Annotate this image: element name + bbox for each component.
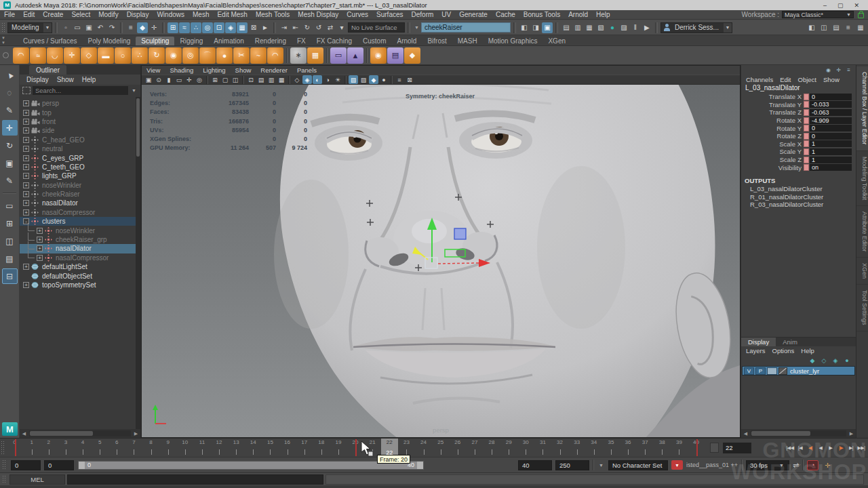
sidebar-tab-tool-settings[interactable]: Tool Settings [856, 285, 868, 331]
make-live-icon[interactable]: ◈ [225, 22, 236, 33]
menu-modify[interactable]: Modify [94, 11, 122, 18]
frame-35[interactable]: 35 [602, 439, 619, 457]
shelf-menu-button[interactable]: ▼▼ [1, 36, 5, 45]
expander-icon[interactable]: + [23, 209, 29, 216]
frame-32[interactable]: 32 [551, 439, 568, 457]
bulge-tool-icon[interactable]: ◠ [267, 47, 283, 64]
knife-tool-icon[interactable]: ✂ [233, 47, 250, 64]
shelf-tab-fx-caching[interactable]: FX Caching [311, 37, 357, 45]
channel-value-field[interactable]: 1 [810, 148, 852, 155]
history-menu-caret-icon[interactable]: ▾ [336, 22, 347, 33]
outliner-item-neutral[interactable]: +neutral [20, 144, 136, 153]
outliner-item-nasaldilator[interactable]: +nasalDilator [20, 244, 136, 253]
frame-19[interactable]: 19 [330, 439, 347, 457]
keyed-channel-indicator[interactable] [804, 157, 809, 163]
panel-menu-shading[interactable]: Shading [165, 66, 198, 74]
shadows-icon[interactable]: ▧ [349, 75, 358, 84]
keyed-channel-indicator[interactable] [804, 117, 809, 124]
frame-26[interactable]: 26 [449, 439, 466, 457]
render-setup-icon[interactable]: ▧ [595, 22, 606, 33]
layout-single-pane-icon[interactable]: ▭ [2, 198, 18, 214]
drag-handle[interactable] [2, 475, 7, 483]
minimize-button[interactable]: – [823, 2, 827, 9]
expander-icon[interactable]: + [23, 146, 29, 152]
gate-icon[interactable]: ◎ [195, 75, 204, 84]
menu-deform[interactable]: Deform [408, 11, 438, 18]
outliner-item-nasalcompressor[interactable]: +nasalCompressor [20, 208, 136, 217]
expander-icon[interactable]: + [23, 110, 29, 116]
play-viewport-icon[interactable]: ▶ [642, 22, 652, 33]
input-connections-icon[interactable]: ⇥ [279, 22, 290, 33]
pan-zoom-icon[interactable]: ✛ [184, 75, 194, 84]
keyed-channel-indicator[interactable] [804, 125, 809, 131]
expander-icon[interactable]: + [23, 119, 29, 125]
snap-grid-icon[interactable]: ⊞ [167, 22, 178, 33]
channel-menu-channels[interactable]: Channels [743, 76, 776, 83]
outliner-menu-show[interactable]: Show [53, 76, 78, 83]
select-hierarchy-icon[interactable]: ≡ [125, 22, 136, 33]
motion-blur-icon[interactable]: ◆ [369, 75, 378, 84]
sidebar-tab-xgen[interactable]: XGen [856, 258, 868, 285]
chevron-down-icon[interactable]: ▼ [413, 25, 420, 30]
menu-file[interactable]: File [0, 11, 19, 18]
panel-menu-view[interactable]: View [142, 66, 165, 74]
channel-value-field[interactable]: 0 [810, 94, 852, 100]
uv-editor-icon[interactable]: ▭ [330, 47, 347, 64]
channel-value-field[interactable]: 1 [810, 157, 852, 163]
frame-3[interactable]: 3 [57, 439, 74, 457]
shelf-tab-arnold[interactable]: Arnold [391, 37, 422, 45]
new-empty-layer-icon[interactable]: ◈ [831, 356, 840, 365]
shelf-tab-curves-surfaces[interactable]: Curves / Surfaces [18, 37, 82, 45]
expander-icon[interactable]: + [23, 137, 29, 143]
frame-18[interactable]: 18 [313, 439, 330, 457]
wireframe-icon[interactable]: ◇ [292, 75, 302, 84]
layer-tab-display[interactable]: Display [741, 338, 776, 346]
outliner-item-toposymmetryset[interactable]: +topoSymmetrySet [20, 281, 136, 289]
shelf-tab-xgen[interactable]: XGen [542, 37, 571, 45]
chevron-down-icon[interactable]: ▼ [597, 463, 605, 468]
gear-diamond-icon[interactable]: ◆ [404, 47, 420, 64]
channel-menu-show[interactable]: Show [820, 76, 843, 83]
frame-25[interactable]: 25 [432, 439, 449, 457]
quick-selection-input[interactable]: cheekRaiser [421, 22, 511, 33]
range-slider-track[interactable]: 0 40 [77, 460, 425, 470]
layout-outliner-persp-icon[interactable]: ▤ [2, 251, 18, 266]
frame-40[interactable]: 40 [688, 439, 705, 457]
render-icon[interactable]: ▤ [561, 22, 572, 33]
open-scene-icon[interactable]: ▭ [72, 22, 83, 33]
panel-menu-show[interactable]: Show [231, 66, 256, 74]
time-ticks[interactable]: 0123456789101112131415161718192021222223… [6, 439, 705, 457]
snap-projected-center-icon[interactable]: ◎ [202, 22, 213, 33]
frame-11[interactable]: 11 [193, 439, 210, 457]
step-forward-frame-button[interactable]: ▶| [846, 442, 856, 453]
shelf-tab-mash[interactable]: MASH [452, 37, 483, 45]
channel-value-field[interactable]: 1 [810, 140, 852, 147]
modeling-toolkit-toggle-icon[interactable]: ≡ [843, 22, 854, 33]
keyed-channel-indicator[interactable] [804, 101, 809, 108]
frame-5[interactable]: 5 [92, 439, 108, 457]
outliner-tab[interactable]: Outliner [29, 65, 66, 75]
expander-icon[interactable]: + [37, 237, 43, 243]
frame-13[interactable]: 13 [228, 439, 245, 457]
render-sequence-icon[interactable]: ▨ [618, 22, 629, 33]
shaded-icon[interactable]: ◈ [302, 75, 312, 84]
sculpt-layer-icon[interactable]: ◉ [370, 47, 387, 64]
multisample-icon[interactable]: ● [379, 75, 389, 84]
tool-settings-toggle-icon[interactable]: ◫ [818, 22, 829, 33]
outliner-item-clusters[interactable]: -clusters [20, 217, 136, 226]
frame-39[interactable]: 39 [671, 439, 688, 457]
outliner-item-persp[interactable]: +persp [20, 99, 136, 108]
animation-preferences-icon[interactable]: ✛ [822, 462, 833, 469]
character-set-menu-icon[interactable]: ▼ [671, 460, 683, 470]
grab-tool-icon[interactable]: ✛ [64, 47, 80, 64]
keyed-channel-indicator[interactable] [804, 133, 809, 140]
xray-icon[interactable]: ⊠ [405, 75, 414, 84]
imprint-tool-icon[interactable]: ◉ [165, 47, 182, 64]
frame-21[interactable]: 21 [364, 439, 381, 457]
outliner-item-nosewrinkler[interactable]: +noseWrinkler [20, 226, 136, 235]
shelf-tab-fx[interactable]: FX [292, 37, 311, 45]
save-scene-icon[interactable]: ▣ [83, 22, 94, 33]
channel-value-field[interactable]: 0 [810, 133, 852, 140]
channel-object-name[interactable]: L_03_nasalDilator [741, 84, 856, 93]
construction-history-off-icon[interactable]: ↺ [313, 22, 324, 33]
